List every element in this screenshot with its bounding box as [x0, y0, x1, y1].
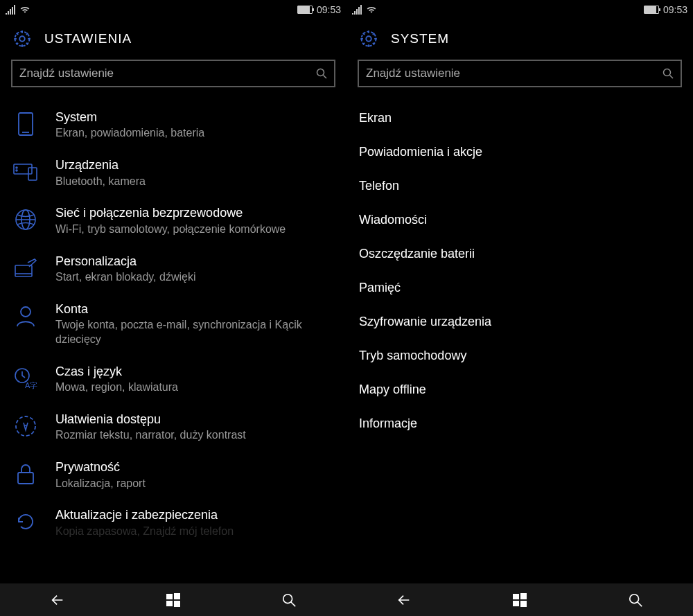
item-title: Prywatność: [55, 459, 335, 475]
svg-point-34: [629, 594, 638, 603]
search-button[interactable]: [231, 583, 346, 616]
system-item-storage[interactable]: Pamięć: [346, 271, 693, 305]
search-nav-icon: [281, 592, 297, 608]
item-subtitle: Rozmiar tekstu, narrator, duży kontrast: [55, 428, 335, 443]
item-subtitle: Lokalizacja, raport: [55, 477, 335, 491]
search-input[interactable]: [19, 67, 316, 80]
search-icon: [663, 68, 674, 79]
search-nav-icon: [628, 592, 643, 608]
system-item-phone[interactable]: Telefon: [346, 169, 693, 203]
settings-list: System Ekran, powiadomienia, bateria Urz…: [0, 96, 346, 583]
settings-item-accessibility[interactable]: Ułatwienia dostępu Rozmiar tekstu, narra…: [0, 403, 346, 451]
page-title: SYSTEM: [391, 31, 449, 46]
search-input[interactable]: [366, 67, 663, 80]
windows-icon: [166, 592, 181, 608]
svg-line-25: [290, 601, 295, 606]
system-list: Ekran Powiadomienia i akcje Telefon Wiad…: [346, 96, 693, 583]
accessibility-icon: [12, 413, 39, 439]
page-title: USTAWIENIA: [44, 31, 132, 46]
system-item-driving-mode[interactable]: Tryb samochodowy: [346, 339, 693, 373]
back-icon: [396, 592, 412, 608]
page-header: USTAWIENIA: [0, 19, 346, 55]
svg-point-8: [16, 167, 17, 168]
accounts-icon: [12, 303, 39, 329]
search-icon: [316, 68, 327, 79]
globe-icon: [12, 206, 39, 233]
system-item-notifications[interactable]: Powiadomienia i akcje: [346, 135, 693, 169]
svg-rect-32: [513, 601, 519, 606]
cellular-signal-icon: [6, 5, 17, 15]
back-button[interactable]: [1, 583, 115, 616]
svg-rect-19: [18, 473, 33, 484]
wifi-icon: [19, 5, 30, 15]
svg-rect-30: [513, 594, 519, 599]
item-subtitle: Bluetooth, kamera: [55, 175, 335, 189]
system-item-messages[interactable]: Wiadomości: [346, 203, 693, 237]
settings-item-devices[interactable]: Urządzenia Bluetooth, kamera: [0, 149, 346, 197]
svg-point-9: [16, 170, 17, 171]
svg-point-2: [317, 69, 324, 76]
settings-main-panel: 09:53 USTAWIENIA System Ekran, powiadomi…: [0, 0, 346, 616]
update-icon: [12, 509, 39, 535]
settings-item-updates[interactable]: Aktualizacje i zabezpieczenia Kopia zapa…: [0, 499, 346, 547]
svg-rect-23: [174, 601, 180, 607]
settings-item-time-language[interactable]: A字 Czas i język Mowa, region, klawiatura: [0, 355, 346, 403]
system-item-offline-maps[interactable]: Mapy offline: [346, 373, 693, 407]
item-title: Sieć i połączenia bezprzewodowe: [55, 205, 335, 221]
svg-point-15: [21, 307, 30, 317]
navigation-bar: [346, 583, 693, 616]
svg-rect-20: [166, 594, 173, 599]
back-icon: [50, 592, 65, 608]
search-box[interactable]: [11, 60, 335, 87]
svg-point-0: [19, 36, 24, 41]
lock-icon: [12, 461, 39, 487]
system-item-display[interactable]: Ekran: [346, 101, 693, 135]
settings-item-system[interactable]: System Ekran, powiadomienia, bateria: [0, 101, 346, 149]
system-item-battery-saver[interactable]: Oszczędzanie baterii: [346, 237, 693, 271]
item-subtitle: Mowa, region, klawiatura: [55, 380, 335, 395]
gear-icon: [359, 29, 378, 49]
gear-icon: [12, 29, 32, 49]
status-time: 09:53: [317, 4, 341, 15]
svg-rect-33: [520, 601, 527, 607]
item-title: Urządzenia: [55, 157, 335, 173]
settings-item-personalization[interactable]: Personalizacja Start, ekran blokady, dźw…: [0, 245, 346, 293]
system-panel: 09:53 SYSTEM Ekran Powiadomienia i akcje…: [346, 0, 693, 616]
item-title: Aktualizacje i zabezpieczenia: [55, 507, 335, 523]
svg-point-18: [16, 416, 35, 436]
battery-icon: [297, 6, 313, 14]
windows-icon: [512, 592, 527, 608]
system-item-encryption[interactable]: Szyfrowanie urządzenia: [346, 305, 693, 339]
back-button[interactable]: [347, 583, 462, 616]
item-subtitle: Ekran, powiadomienia, bateria: [55, 126, 335, 141]
start-button[interactable]: [116, 583, 230, 616]
svg-rect-22: [166, 601, 173, 606]
system-item-about[interactable]: Informacje: [346, 407, 693, 441]
search-box[interactable]: [358, 60, 682, 87]
search-button[interactable]: [578, 583, 692, 616]
status-bar: 09:53: [346, 0, 693, 19]
svg-rect-21: [174, 593, 180, 599]
svg-point-26: [366, 36, 371, 41]
wifi-icon: [366, 5, 377, 15]
page-header: SYSTEM: [346, 19, 693, 55]
start-button[interactable]: [462, 583, 577, 616]
item-subtitle: Wi-Fi, tryb samolotowy, połączenie komór…: [55, 222, 335, 237]
status-bar: 09:53: [0, 0, 346, 19]
devices-icon: [12, 159, 39, 185]
svg-rect-31: [520, 593, 527, 599]
item-subtitle: Kopia zapasowa, Znajdź mój telefon: [55, 525, 335, 539]
item-subtitle: Twoje konta, poczta e-mail, synchronizac…: [55, 318, 335, 347]
svg-rect-6: [14, 164, 32, 174]
settings-item-network[interactable]: Sieć i połączenia bezprzewodowe Wi-Fi, t…: [0, 197, 346, 245]
battery-icon: [644, 6, 659, 14]
svg-point-28: [664, 69, 671, 76]
svg-text:A字: A字: [25, 381, 37, 389]
item-title: System: [55, 109, 335, 125]
settings-item-accounts[interactable]: Konta Twoje konta, poczta e-mail, synchr…: [0, 293, 346, 355]
svg-point-24: [283, 594, 292, 603]
settings-item-privacy[interactable]: Prywatność Lokalizacja, raport: [0, 451, 346, 499]
svg-line-35: [637, 601, 641, 606]
status-time: 09:53: [663, 4, 687, 15]
personalization-icon: [12, 255, 39, 281]
